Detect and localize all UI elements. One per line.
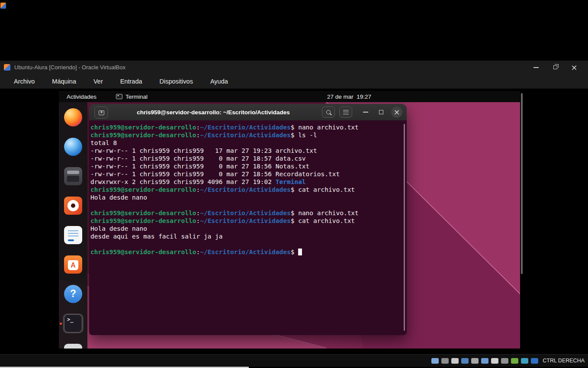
hard-disks-icon[interactable] <box>431 358 439 364</box>
optical-drives-icon[interactable] <box>441 358 449 364</box>
terminal-line: -rw-rw-r-- 1 chris959 chris959 17 mar 27… <box>90 147 400 155</box>
terminal-titlebar[interactable]: chris959@servidor-desarrollo: ~/Escritor… <box>89 104 407 121</box>
menu-item-ayuda[interactable]: Ayuda <box>202 74 237 89</box>
terminal-line: -rw-rw-r-- 1 chris959 chris959 0 mar 27 … <box>90 170 400 178</box>
close-icon: × <box>393 108 400 116</box>
shared-folders-icon[interactable] <box>481 358 488 364</box>
menu-item-dispositivos[interactable]: Dispositivos <box>151 74 202 89</box>
menu-item-ver[interactable]: Ver <box>85 74 112 89</box>
terminal-line: chris959@servidor-desarrollo:~/Escritori… <box>90 209 400 217</box>
virtualbox-logo-icon <box>4 64 10 71</box>
minimize-icon <box>363 112 368 113</box>
terminal-line <box>90 201 400 209</box>
ubuntu-screen: Actividades Terminal 27 de mar 19:27 <box>59 91 520 349</box>
minimize-icon <box>533 67 539 68</box>
terminal-maximize-button[interactable] <box>376 107 387 118</box>
partial-app-icon[interactable] <box>63 343 84 349</box>
terminal-line: chris959@servidor-desarrollo:~/Escritori… <box>90 217 400 225</box>
focused-app-indicator[interactable]: Terminal <box>116 94 148 100</box>
usb-icon[interactable] <box>471 358 479 364</box>
libreoffice-writer-glyph <box>64 226 82 244</box>
minimize-button[interactable] <box>527 61 546 74</box>
terminal-line: chris959@servidor-desarrollo:~/Escritori… <box>90 248 400 256</box>
new-tab-button[interactable] <box>94 107 108 119</box>
restore-icon <box>553 65 557 69</box>
virtualbox-menubar: ArchivoMáquinaVerEntradaDispositivosAyud… <box>0 74 588 89</box>
network-icon[interactable] <box>461 358 469 364</box>
rhythmbox-icon[interactable] <box>63 196 84 216</box>
vm-display-area: Actividades Terminal 27 de mar 19:27 <box>0 89 588 354</box>
terminal-line: drwxrwxr-x 2 chris959 chris959 4096 mar … <box>90 178 400 186</box>
menu-item-maquina[interactable]: Máquina <box>43 74 85 89</box>
menu-item-archivo[interactable]: Archivo <box>5 74 43 89</box>
restore-button[interactable] <box>546 61 565 74</box>
terminal-line: Hola desde nano <box>90 194 400 201</box>
window-title: Ubuntu-Alura [Corriendo] - Oracle Virtua… <box>14 64 125 71</box>
vm-scrollbar[interactable] <box>521 93 523 274</box>
window-controls: × <box>527 61 584 74</box>
search-button[interactable] <box>322 107 335 118</box>
firefox-glyph <box>64 108 82 126</box>
files-glyph <box>64 167 82 185</box>
terminal-mini-icon <box>116 94 122 99</box>
mouse-integration-icon[interactable] <box>521 358 528 364</box>
terminal-line: chris959@servidor-desarrollo:~/Escritori… <box>90 131 400 139</box>
display-icon[interactable] <box>491 358 498 364</box>
virtualbox-titlebar: Ubuntu-Alura [Corriendo] - Oracle Virtua… <box>0 61 588 74</box>
desktop-wallpaper: chris959@servidor-desarrollo: ~/Escritor… <box>59 102 520 349</box>
menu-item-entrada[interactable]: Entrada <box>112 74 151 89</box>
ubuntu-software-icon[interactable] <box>63 255 84 274</box>
search-icon <box>326 110 331 114</box>
close-button[interactable]: × <box>565 61 584 74</box>
hamburger-icon <box>343 110 349 114</box>
ubuntu-topbar: Actividades Terminal 27 de mar 19:27 <box>59 91 520 102</box>
terminal-cursor <box>298 249 302 255</box>
clock[interactable]: 27 de mar 19:27 <box>327 94 371 100</box>
focused-app-label: Terminal <box>125 94 148 100</box>
help-glyph <box>64 285 82 303</box>
terminal-line: chris959@servidor-desarrollo:~/Escritori… <box>90 123 400 131</box>
audio-icon[interactable] <box>451 358 459 364</box>
maximize-icon <box>379 110 383 114</box>
terminal-glyph <box>64 314 82 332</box>
screen: Ubuntu-Alura [Corriendo] - Oracle Virtua… <box>0 0 588 368</box>
terminal-line: desde aqui es mas facil salir ja ja <box>90 232 400 240</box>
terminal-close-button[interactable]: × <box>391 107 402 118</box>
status-icons <box>431 358 538 364</box>
window-icon-artifact <box>0 3 6 9</box>
terminal-scrollbar[interactable] <box>404 124 405 331</box>
libreoffice-writer-icon[interactable] <box>63 225 84 245</box>
firefox-icon[interactable] <box>63 107 84 127</box>
terminal-titlebar-buttons: × <box>322 107 402 118</box>
features-icon[interactable] <box>511 358 518 364</box>
terminal-body[interactable]: chris959@servidor-desarrollo:~/Escritori… <box>89 120 407 335</box>
host-key-label: CTRL DERECHA <box>543 358 585 364</box>
new-tab-icon <box>99 110 104 115</box>
terminal-line: total 8 <box>90 139 400 147</box>
menu-button[interactable] <box>339 107 352 118</box>
help-icon[interactable] <box>63 284 84 304</box>
ubuntu-software-glyph <box>64 255 82 274</box>
thunderbird-icon[interactable] <box>63 137 84 157</box>
close-icon: × <box>571 64 577 71</box>
activities-button[interactable]: Actividades <box>67 94 96 100</box>
dock <box>59 102 87 349</box>
files-icon[interactable] <box>63 166 84 186</box>
rhythmbox-glyph <box>64 197 82 215</box>
terminal-minimize-button[interactable] <box>360 107 371 118</box>
partial-app-glyph <box>64 344 82 349</box>
virtualbox-statusbar: CTRL DERECHA <box>0 354 588 367</box>
terminal-line: -rw-rw-r-- 1 chris959 chris959 0 mar 27 … <box>90 162 400 170</box>
recording-icon[interactable] <box>501 358 508 364</box>
thunderbird-glyph <box>64 138 82 156</box>
terminal-line: -rw-rw-r-- 1 chris959 chris959 0 mar 27 … <box>90 155 400 162</box>
terminal-line: chris959@servidor-desarrollo:~/Escritori… <box>90 186 400 194</box>
terminal-line: Hola desde nano <box>90 225 400 232</box>
terminal-line <box>90 240 400 248</box>
keyboard-capture-icon[interactable] <box>531 358 538 364</box>
terminal-output: chris959@servidor-desarrollo:~/Escritori… <box>89 120 407 256</box>
terminal-title: chris959@servidor-desarrollo: ~/Escritor… <box>115 104 312 120</box>
terminal-window: chris959@servidor-desarrollo: ~/Escritor… <box>89 104 407 335</box>
terminal-icon[interactable] <box>63 313 84 333</box>
